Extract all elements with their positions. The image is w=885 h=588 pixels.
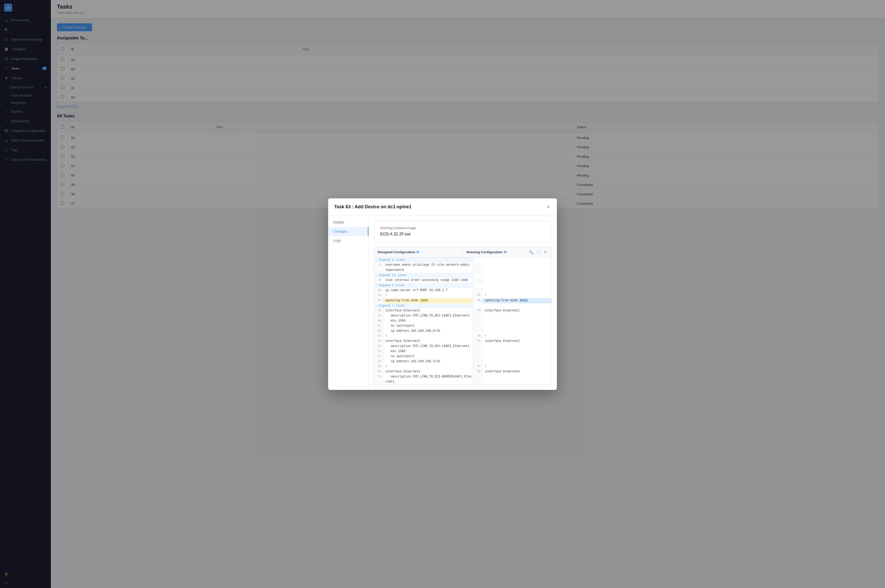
- tab-logs[interactable]: Logs: [328, 236, 368, 245]
- line-content: ip address 192.168.100.0/31: [383, 328, 473, 334]
- diff-right-header-label: Running Configuration: [467, 250, 503, 254]
- diff-header: Designed Configuration ⧉ Running Configu…: [374, 247, 551, 258]
- expand-label: Expand 8 lines: [379, 284, 405, 287]
- diff-line: [473, 288, 551, 293]
- line-number: 37: [473, 364, 483, 369]
- line-content: !: [383, 364, 473, 369]
- diff-line: [473, 278, 551, 283]
- diff-line: 29 !: [374, 293, 473, 298]
- line-content: [483, 288, 551, 293]
- line-content: description P2P_LINK_TO_DC1-BORDERLEAF1_…: [383, 374, 473, 380]
- diff-line: 50 interface Ethernet3: [374, 369, 473, 374]
- diff-more-button[interactable]: ✎: [543, 250, 548, 255]
- line-content: rnet1: [383, 380, 473, 384]
- chevron-right-icon: ›: [376, 274, 378, 277]
- diff-left-header: Designed Configuration ⧉: [374, 247, 463, 257]
- line-content: no switchport: [383, 324, 473, 328]
- diff-line: rnet1: [374, 380, 473, 384]
- line-content: interface Ethernet3: [383, 369, 473, 374]
- diff-line: 28 ip name-server vrf MGMT 10.100.1.7: [374, 288, 473, 293]
- diff-line: [473, 262, 551, 268]
- software-label: Running software image: [380, 226, 545, 230]
- line-content: [483, 314, 551, 318]
- diff-line: [473, 328, 551, 334]
- diff-section: Designed Configuration ⧉ Running Configu…: [374, 247, 552, 385]
- diff-line: 51 description P2P_LINK_TO_DC1-BORDERLEA…: [374, 374, 473, 380]
- software-image-box: Running software image EOS-4.32.2F.swi: [374, 221, 552, 242]
- line-content: interface Ethernet1: [483, 308, 551, 314]
- line-number: 41: [374, 324, 383, 328]
- right-spacer: [473, 303, 551, 308]
- expand-line[interactable]: › Expand 12 lines: [374, 273, 473, 278]
- diff-line: 26 spanning-tree mode mstp: [473, 298, 551, 303]
- diff-line: 35 !: [473, 334, 551, 339]
- line-number: 47: [374, 354, 383, 359]
- modal-overlay[interactable]: Task 63 : Add Device on dc1-spine1 × Det…: [0, 0, 885, 588]
- modal-close-button[interactable]: ×: [546, 203, 551, 211]
- right-spacer: [473, 273, 551, 278]
- diff-line: 25 !: [473, 293, 551, 298]
- line-content: !: [483, 364, 551, 369]
- tab-details[interactable]: Details: [328, 218, 368, 227]
- diff-line: [473, 318, 551, 324]
- line-number: [473, 314, 483, 318]
- right-spacer: [473, 258, 551, 262]
- line-content: nopassword: [383, 268, 473, 273]
- expand-line[interactable]: › Expand 5 lines: [374, 258, 473, 262]
- line-content: [483, 349, 551, 354]
- diff-line: [473, 349, 551, 354]
- modal-header: Task 63 : Add Device on dc1-spine1 ×: [328, 198, 557, 216]
- line-content: [483, 344, 551, 349]
- line-number: 38: [374, 308, 383, 314]
- copy-designed-icon[interactable]: ⧉: [416, 250, 419, 254]
- diff-right: 25 ! 26 spanning-tree mode mstp 34 inter…: [473, 258, 551, 384]
- line-number: 39: [374, 314, 383, 318]
- line-number: 34: [473, 308, 483, 314]
- line-content: description P2P_LINK_TO_DC1-LEAF2_Ethern…: [383, 344, 473, 349]
- chevron-right-icon: ›: [376, 284, 378, 287]
- line-content: [483, 374, 551, 380]
- line-content: !: [483, 334, 551, 339]
- line-number: 38: [473, 369, 483, 374]
- diff-left: › Expand 5 lines 6 username admin privil…: [374, 258, 473, 384]
- line-content: mtu 1500: [383, 318, 473, 324]
- diff-line: 38 interface Ethernet1: [374, 308, 473, 314]
- diff-line: 34 interface Ethernet1: [473, 308, 551, 314]
- line-content: ip name-server vrf MGMT 10.100.1.7: [383, 288, 473, 293]
- modal-tabs: Details Changes Logs: [328, 216, 369, 390]
- diff-line: 42 ip address 192.168.100.0/31: [374, 328, 473, 334]
- line-number: [473, 288, 483, 293]
- line-number: 50: [374, 369, 383, 374]
- expand-line[interactable]: › Expand 8 lines: [374, 283, 473, 288]
- diff-search-button[interactable]: 🔍: [528, 250, 534, 255]
- line-number: 19: [374, 278, 383, 283]
- line-number: [473, 278, 483, 283]
- task-modal: Task 63 : Add Device on dc1-spine1 × Det…: [328, 198, 557, 390]
- line-content: spanning-tree mode none: [383, 298, 473, 303]
- line-number: [473, 374, 483, 380]
- line-content: !: [383, 334, 473, 339]
- line-content: [483, 328, 551, 334]
- diff-line: 47 no switchport: [374, 354, 473, 359]
- modal-title: Task 63 : Add Device on dc1-spine1: [334, 204, 412, 210]
- line-number: 28: [374, 288, 383, 293]
- diff-expand-button[interactable]: ⛶: [536, 250, 541, 255]
- diff-line: 49 !: [374, 364, 473, 369]
- line-number: 45: [374, 344, 383, 349]
- diff-line: nopassword: [374, 268, 473, 273]
- diff-line: 44 interface Ethernet2: [374, 339, 473, 344]
- line-number: 30: [374, 298, 383, 303]
- line-number: 49: [374, 364, 383, 369]
- diff-line: [473, 354, 551, 359]
- copy-running-icon[interactable]: ⧉: [504, 250, 506, 254]
- diff-line: [473, 324, 551, 328]
- diff-line: 19 vlan internal order ascending range 1…: [374, 278, 473, 283]
- diff-body: › Expand 5 lines 6 username admin privil…: [374, 258, 551, 384]
- expand-line[interactable]: › Expand 7 lines: [374, 303, 473, 308]
- tab-changes[interactable]: Changes: [328, 227, 368, 236]
- highlight-word-blue: mstp: [520, 299, 528, 302]
- line-content: username admin privilege 15 role network…: [383, 262, 473, 268]
- highlight-word: none: [420, 299, 428, 302]
- line-number: [473, 328, 483, 334]
- chevron-right-icon: ›: [376, 259, 378, 261]
